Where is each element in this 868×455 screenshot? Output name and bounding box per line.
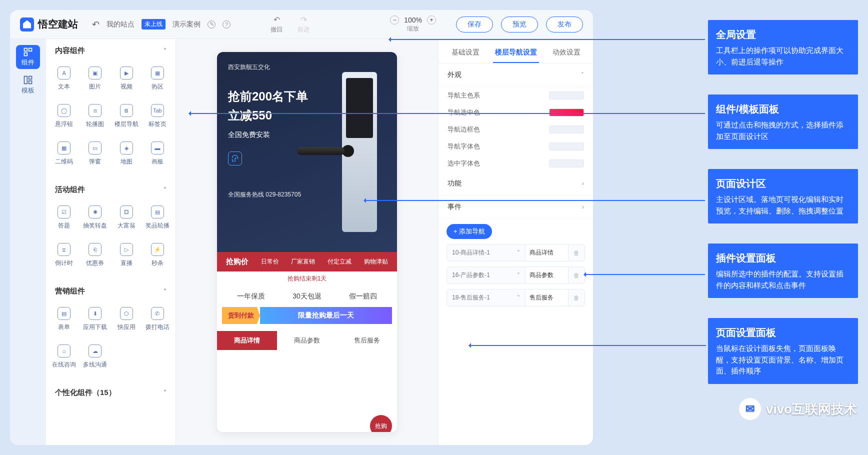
component-item[interactable]: ▬画板 (144, 136, 172, 171)
component-item[interactable]: A文本 (50, 62, 78, 96)
component-item[interactable]: ⧖倒计时 (50, 238, 78, 272)
color-swatch[interactable] (549, 142, 584, 150)
section-function[interactable]: 功能› (438, 172, 593, 196)
delete-icon[interactable]: 🗑 (568, 294, 584, 302)
logo-icon (20, 18, 34, 32)
component-item[interactable]: ⬡快应用 (112, 302, 140, 336)
undo-button[interactable]: ↶撤回 (270, 15, 282, 34)
component-item[interactable]: ▩二维码 (50, 136, 78, 171)
section-activity[interactable]: 活动组件˄ (46, 178, 176, 196)
component-label: 应用下载 (83, 323, 107, 332)
section-appearance[interactable]: 外观˅ (438, 64, 593, 87)
chevron-down-icon: ˅ (164, 390, 166, 396)
save-button[interactable]: 保存 (456, 16, 493, 32)
component-item[interactable]: ⧈轮播图 (81, 99, 109, 134)
zoom-value: 100% (404, 16, 422, 24)
my-sites-link[interactable]: 我的站点 (106, 20, 134, 29)
nav-input[interactable]: 商品参数 (526, 267, 568, 284)
arrow-4 (585, 274, 705, 275)
component-item[interactable]: ⚡秒杀 (144, 238, 172, 272)
component-item[interactable]: ⚃大富翁 (112, 200, 140, 235)
component-icon: ⎗ (88, 243, 102, 256)
chevron-down-icon: ˅ (581, 72, 584, 78)
help-icon[interactable]: ? (222, 20, 230, 28)
nav-select[interactable]: 10-商品详情-1˅ (447, 244, 526, 261)
color-swatch[interactable] (549, 108, 584, 116)
nav-select[interactable]: 18-售后服务-1˅ (447, 290, 526, 306)
component-item[interactable]: ▤表单 (50, 302, 78, 336)
component-panel: 内容组件˄ A文本▣图片▶视频▦热区◯悬浮钮⧈轮播图≣楼层导航Tab标签页▩二维… (46, 39, 176, 445)
component-label: 轮播图 (86, 120, 104, 128)
phone-preview[interactable]: 西安旗舰五交化 抢前200名下单 立减550 全国免费安装 全国服务热线 029… (217, 52, 397, 432)
chevron-up-icon: ˄ (164, 288, 166, 295)
component-icon: ▬ (151, 142, 164, 154)
section-content[interactable]: 内容组件˄ (46, 39, 176, 58)
component-item[interactable]: ☑答题 (50, 200, 78, 235)
design-canvas[interactable]: 西安旗舰五交化 抢前200名下单 立减550 全国免费安装 全国服务热线 029… (176, 39, 438, 445)
callout-box: 页面设置面板当鼠标在设计面板失焦，页面面板唤醒，支持设置页面背景、名称、增加页面… (708, 318, 858, 384)
rail-components[interactable]: 组件 (16, 45, 40, 69)
component-item[interactable]: ✺抽奖转盘 (81, 200, 109, 235)
nav-select[interactable]: 16-产品参数-1˅ (447, 267, 526, 284)
component-item[interactable]: ✆拨打电话 (144, 302, 172, 336)
tab-service[interactable]: 售后服务 (337, 331, 397, 350)
nav-input[interactable]: 商品详情 (526, 244, 568, 261)
component-icon: Tab (151, 104, 164, 117)
component-item[interactable]: ⬇应用下载 (81, 302, 109, 336)
callout-body: 可通过点击和拖拽的方式，选择插件添加至页面设计区 (716, 120, 850, 142)
add-nav-button[interactable]: + 添加导航 (446, 224, 492, 239)
demo-link[interactable]: 演示案例 (172, 20, 200, 29)
component-icon: ✺ (88, 206, 102, 218)
color-swatch[interactable] (549, 92, 584, 100)
color-swatch[interactable] (549, 126, 584, 134)
color-swatch[interactable] (549, 160, 584, 168)
component-icon: ✆ (151, 307, 164, 320)
nav-row: 10-商品详情-1˅商品详情🗑 (446, 244, 585, 262)
component-item[interactable]: ⎗优惠券 (81, 238, 109, 272)
rail-templates[interactable]: 模板 (16, 73, 40, 97)
component-item[interactable]: ≣楼层导航 (112, 99, 140, 134)
settings-tabs: 基础设置 楼层导航设置 动效设置 (438, 39, 593, 64)
component-label: 表单 (58, 323, 70, 332)
annotation-callouts: 全局设置工具栏上的操作项可以协助完成界面大小、前进后退等操作组件/模板面板可通过… (708, 20, 858, 384)
tab-basic[interactable]: 基础设置 (450, 45, 482, 63)
callout-title: 页面设置面板 (716, 325, 850, 340)
component-item[interactable]: ▭弹窗 (81, 136, 109, 171)
callout-title: 全局设置 (716, 27, 850, 42)
zoom-in-button[interactable]: + (427, 16, 436, 24)
nav-input[interactable]: 售后服务 (526, 290, 568, 306)
preview-button[interactable]: 预览 (501, 16, 538, 32)
component-item[interactable]: ⌂在线咨询 (50, 340, 78, 374)
component-icon: ⚡ (151, 243, 164, 256)
component-item[interactable]: ▤奖品轮播 (144, 200, 172, 235)
component-item[interactable]: ▷直播 (112, 238, 140, 272)
component-label: 悬浮钮 (55, 120, 73, 128)
tab-detail[interactable]: 商品详情 (217, 331, 277, 350)
delete-icon[interactable]: 🗑 (568, 250, 584, 256)
section-events[interactable]: 事件› (438, 196, 593, 219)
component-item[interactable]: ☁多线沟通 (81, 340, 109, 374)
section-personal[interactable]: 个性化组件（15）˅ (46, 381, 176, 400)
component-item[interactable]: ◈地图 (112, 136, 140, 171)
component-item[interactable]: ▣图片 (81, 62, 109, 96)
edit-icon[interactable]: ✎ (208, 20, 216, 28)
component-item[interactable]: Tab标签页 (144, 99, 172, 134)
hero-section: 西安旗舰五交化 抢前200名下单 立减550 全国免费安装 全国服务热线 029… (217, 52, 397, 252)
nav-row: 16-产品参数-1˅商品参数🗑 (446, 266, 585, 284)
redo-button[interactable]: ↷前进 (298, 15, 310, 34)
zoom-out-button[interactable]: − (390, 16, 399, 24)
section-marketing[interactable]: 营销组件˄ (46, 280, 176, 298)
product-tabs: 商品详情 商品参数 售后服务 (217, 331, 397, 350)
component-item[interactable]: ◯悬浮钮 (50, 99, 78, 134)
component-label: 图片 (89, 82, 101, 91)
component-label: 视频 (120, 82, 132, 91)
component-label: 秒杀 (152, 259, 164, 268)
buy-fab[interactable]: 抢购 (370, 415, 392, 432)
tab-params[interactable]: 商品参数 (277, 331, 337, 350)
tab-floor-nav[interactable]: 楼层导航设置 (493, 45, 539, 63)
component-label: 优惠券 (86, 259, 104, 268)
component-item[interactable]: ▦热区 (144, 62, 172, 96)
tab-animation[interactable]: 动效设置 (550, 45, 582, 63)
component-item[interactable]: ▶视频 (112, 62, 140, 96)
publish-button[interactable]: 发布 (546, 16, 583, 32)
